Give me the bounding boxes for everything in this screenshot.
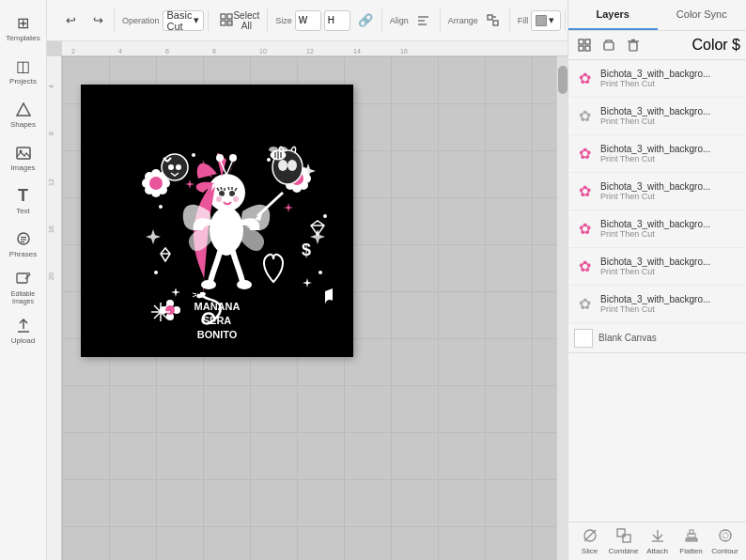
layer-info: Bichota_3_with_backgro... Print Then Cut <box>600 294 740 314</box>
sidebar-item-upload[interactable]: Upload <box>3 310 44 351</box>
layer-icon: ✿ <box>574 257 595 277</box>
svg-rect-89 <box>579 39 583 44</box>
sidebar-item-phrases[interactable]: Phrases <box>3 224 44 265</box>
operation-chevron: ▾ <box>194 14 199 26</box>
contour-button[interactable]: Contour <box>709 528 740 554</box>
arrange-group: Arrange <box>444 8 510 33</box>
svg-point-35 <box>192 153 195 157</box>
layer-info: Bichota_3_with_backgro... Print Then Cut <box>600 257 740 276</box>
sidebar-item-projects[interactable]: ◫ Projects <box>3 51 44 92</box>
projects-label: Projects <box>9 78 37 86</box>
svg-rect-94 <box>629 42 637 51</box>
snowflake-icon: ✿ <box>579 147 591 162</box>
svg-point-76 <box>278 147 288 152</box>
svg-point-75 <box>269 147 278 152</box>
color-dollar-label: Color $ <box>692 37 740 54</box>
layer-icon: ✿ <box>574 294 595 315</box>
svg-point-39 <box>154 271 158 274</box>
redo-button[interactable]: ↪ <box>85 8 110 33</box>
combine-button[interactable]: Combine <box>608 528 639 554</box>
svg-point-81 <box>198 292 200 294</box>
svg-rect-102 <box>686 538 697 541</box>
align-label: Align <box>390 16 409 25</box>
ruler-mark: 8 <box>212 48 216 55</box>
flatten-button[interactable]: Flatten <box>676 528 707 554</box>
templates-icon: ⊞ <box>14 14 33 33</box>
design-canvas[interactable]: $ MAÑANA SERA BO <box>62 56 567 560</box>
operation-label: Operation <box>122 16 160 25</box>
lock-ratio-button[interactable]: 🔗 <box>353 8 378 33</box>
contour-label: Contour <box>711 547 738 555</box>
sidebar-item-shapes[interactable]: Shapes <box>3 94 44 135</box>
ruler-left: 4 8 12 16 20 <box>47 56 62 560</box>
svg-rect-92 <box>585 46 590 51</box>
operation-dropdown[interactable]: Basic Cut ▾ <box>163 10 205 31</box>
layer-info: Bichota_3_with_backgro... Print Then Cut <box>600 181 740 201</box>
size-input-h[interactable] <box>324 10 350 31</box>
svg-point-66 <box>168 164 174 170</box>
undo-button[interactable]: ↩ <box>58 8 83 33</box>
layers-add-button[interactable] <box>574 35 595 55</box>
list-item[interactable]: ✿ Bichota_3_with_backgro... Print Then C… <box>568 248 746 286</box>
layers-delete-button[interactable] <box>623 35 644 55</box>
layer-icon: ✿ <box>574 69 595 89</box>
flatten-label: Flatten <box>679 547 702 555</box>
list-item[interactable]: ✿ Bichota_3_with_backgro... Print Then C… <box>568 98 746 135</box>
ruler-mark: 2 <box>71 48 75 55</box>
artboard[interactable]: $ MAÑANA SERA BO <box>81 85 353 357</box>
slice-icon <box>583 528 598 546</box>
vertical-scrollbar[interactable] <box>556 56 567 560</box>
scrollbar-thumb[interactable] <box>558 66 567 94</box>
blank-canvas-item[interactable]: Blank Canvas <box>568 323 746 353</box>
svg-point-38 <box>323 214 327 218</box>
canvas-container: 2 4 6 8 10 12 14 16 4 8 12 16 20 <box>47 41 567 560</box>
tab-color-sync[interactable]: Color Sync <box>658 0 747 30</box>
size-section-label: Size <box>275 16 292 25</box>
text-icon: T <box>14 187 33 206</box>
layer-icon: ✿ <box>574 106 595 127</box>
list-item[interactable]: ✿ Bichota_3_with_backgro... Print Then C… <box>568 135 746 173</box>
align-group: Align <box>386 8 441 33</box>
slice-button[interactable]: Slice <box>574 528 605 554</box>
sidebar-item-text[interactable]: T Text <box>3 180 44 222</box>
svg-text:BONITO: BONITO <box>197 329 238 340</box>
align-left-button[interactable] <box>412 8 436 33</box>
size-input[interactable] <box>295 10 321 31</box>
undo-redo-group: ↩ ↪ <box>54 8 115 33</box>
svg-point-50 <box>149 177 163 190</box>
layer-type: Print Then Cut <box>600 154 740 163</box>
list-item[interactable]: ✿ Bichota_3_with_backgro... Print Then C… <box>568 60 746 98</box>
svg-point-25 <box>215 195 223 203</box>
sidebar-item-templates[interactable]: ⊞ Templates <box>3 8 44 49</box>
fill-dropdown[interactable]: ▾ <box>531 10 561 31</box>
panel-tabs: Layers Color Sync <box>568 0 746 31</box>
sidebar-item-images[interactable]: Images <box>3 137 44 179</box>
shapes-icon <box>14 101 33 119</box>
shapes-label: Shapes <box>10 121 36 130</box>
svg-point-33 <box>237 280 252 289</box>
canvas-area[interactable]: 2 4 6 8 10 12 14 16 4 8 12 16 20 <box>47 41 567 560</box>
svg-point-30 <box>230 155 236 161</box>
attach-button[interactable]: Attach <box>642 528 673 554</box>
panel-actions: Slice Combine Attach Flatten Contour <box>568 521 746 560</box>
arrange-button[interactable] <box>481 8 505 33</box>
ruler-mark-v: 8 <box>47 132 54 150</box>
ruler-mark: 16 <box>400 48 408 55</box>
tab-layers[interactable]: Layers <box>568 0 658 30</box>
sidebar-item-editable-images[interactable]: EditableImages <box>3 267 44 308</box>
phrases-label: Phrases <box>9 251 37 259</box>
list-item[interactable]: ✿ Bichota_3_with_backgro... Print Then C… <box>568 173 746 210</box>
svg-point-36 <box>267 158 271 162</box>
layer-name: Bichota_3_with_backgro... <box>600 181 740 192</box>
list-item[interactable]: ✿ Bichota_3_with_backgro... Print Then C… <box>568 286 746 323</box>
snowflake-icon: ✿ <box>579 184 591 199</box>
flatten-icon <box>684 528 699 546</box>
select-all-button[interactable]: Select All <box>216 8 263 33</box>
layers-list: ✿ Bichota_3_with_backgro... Print Then C… <box>568 60 746 521</box>
ruler-mark-v: 4 <box>47 85 54 103</box>
size-group: Size 🔗 <box>272 8 382 33</box>
layer-info: Bichota_3_with_backgro... Print Then Cut <box>600 69 740 88</box>
layers-group-button[interactable] <box>598 35 619 55</box>
editable-images-label: EditableImages <box>11 290 35 304</box>
list-item[interactable]: ✿ Bichota_3_with_backgro... Print Then C… <box>568 210 746 248</box>
